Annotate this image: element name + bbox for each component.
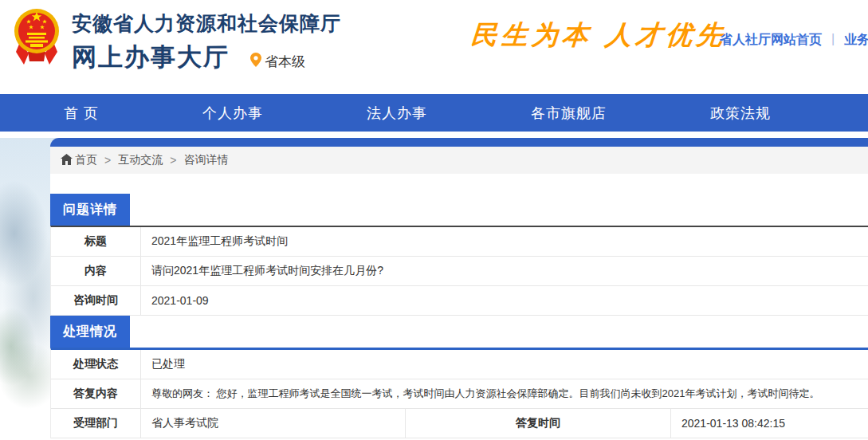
national-emblem-icon bbox=[14, 6, 60, 71]
reply-dept-cell: 省人事考试院 bbox=[141, 409, 406, 438]
breadcrumb-current: 咨询详情 bbox=[183, 153, 228, 167]
breadcrumb: 首页 > 互动交流 > 咨询详情 bbox=[50, 147, 868, 174]
row-value: 2021-01-09 bbox=[141, 286, 868, 315]
home-icon bbox=[61, 154, 73, 167]
row-label: 咨询时间 bbox=[51, 286, 141, 315]
table-row: 内容 请问2021年监理工程师考试时间安排在几月份? bbox=[51, 257, 868, 286]
row-value: 尊敬的网友： 您好，监理工程师考试是全国统一考试，考试时间由人力资源社会保障部确… bbox=[141, 379, 868, 408]
nav-item-policy[interactable]: 政策法规 bbox=[710, 104, 771, 123]
link-site-home[interactable]: 省人社厅网站首页 bbox=[720, 32, 822, 49]
site-header: 安徽省人力资源和社会保障厅 网上办事大厅 省本级 民生为本 人才优先 省人社厅网… bbox=[0, 0, 868, 94]
link-business[interactable]: 业务 bbox=[844, 32, 868, 49]
region-badge: 省本级 bbox=[250, 53, 305, 71]
nav-item-city-stores[interactable]: 各市旗舰店 bbox=[531, 104, 607, 123]
table-row: 答复内容 尊敬的网友： 您好，监理工程师考试是全国统一考试，考试时间由人力资源社… bbox=[51, 379, 868, 409]
link-separator: | bbox=[831, 32, 835, 49]
nav-item-home[interactable]: 首 页 bbox=[64, 104, 99, 123]
panel-top-bar bbox=[50, 138, 868, 147]
page: 安徽省人力资源和社会保障厅 网上办事大厅 省本级 民生为本 人才优先 省人社厅网… bbox=[0, 0, 868, 440]
breadcrumb-home[interactable]: 首页 bbox=[61, 153, 97, 167]
breadcrumb-separator: > bbox=[170, 154, 176, 167]
question-details-tab: 问题详情 bbox=[50, 194, 130, 226]
org-name: 安徽省人力资源和社会保障厅 bbox=[72, 10, 341, 37]
table-row: 咨询时间 2021-01-09 bbox=[51, 286, 868, 316]
breadcrumb-interaction[interactable]: 互动交流 bbox=[118, 153, 163, 167]
row-label: 处理状态 bbox=[51, 350, 141, 379]
main-nav: 首 页 个人办事 法人办事 各市旗舰店 政策法规 互动交流 bbox=[0, 94, 868, 132]
process-table: 处理状态 已处理 答复内容 尊敬的网友： 您好，监理工程师考试是全国统一考试，考… bbox=[50, 348, 868, 438]
row-label: 内容 bbox=[51, 257, 141, 285]
hall-name: 网上办事大厅 bbox=[72, 41, 230, 74]
content-panel: 首页 > 互动交流 > 咨询详情 问题详情 标题 2021年监理工程师考试时间 … bbox=[50, 138, 868, 440]
breadcrumb-separator: > bbox=[104, 154, 111, 167]
region-badge-label: 省本级 bbox=[265, 53, 305, 71]
row-label: 受理部门 bbox=[51, 409, 141, 438]
row-value: 2021年监理工程师考试时间 bbox=[141, 227, 868, 256]
site-titles: 安徽省人力资源和社会保障厅 网上办事大厅 省本级 bbox=[72, 10, 341, 74]
table-row: 受理部门 省人事考试院 答复时间 2021-01-13 08:42:15 bbox=[51, 409, 868, 438]
site-slogan: 民生为本 人才优先 bbox=[469, 18, 728, 53]
location-pin-icon bbox=[250, 53, 261, 71]
nav-item-personal[interactable]: 个人办事 bbox=[202, 104, 263, 123]
table-row: 标题 2021年监理工程师考试时间 bbox=[51, 227, 868, 257]
page-background: 首页 > 互动交流 > 咨询详情 问题详情 标题 2021年监理工程师考试时间 … bbox=[0, 138, 868, 440]
row-label: 标题 bbox=[51, 227, 141, 256]
process-status-tab: 处理情况 bbox=[50, 316, 130, 348]
row-value: 请问2021年监理工程师考试时间安排在几月份? bbox=[141, 257, 868, 285]
question-table: 标题 2021年监理工程师考试时间 内容 请问2021年监理工程师考试时间安排在… bbox=[50, 226, 868, 316]
row-label: 答复内容 bbox=[51, 379, 141, 408]
row-value: 已处理 bbox=[141, 350, 868, 379]
reply-time-label: 答复时间 bbox=[406, 409, 671, 438]
header-links: 省人社厅网站首页 | 业务 bbox=[720, 32, 868, 49]
table-row: 处理状态 已处理 bbox=[51, 350, 868, 379]
reply-time-value: 2021-01-13 08:42:15 bbox=[671, 409, 868, 438]
nav-item-legal-entity[interactable]: 法人办事 bbox=[367, 104, 427, 123]
